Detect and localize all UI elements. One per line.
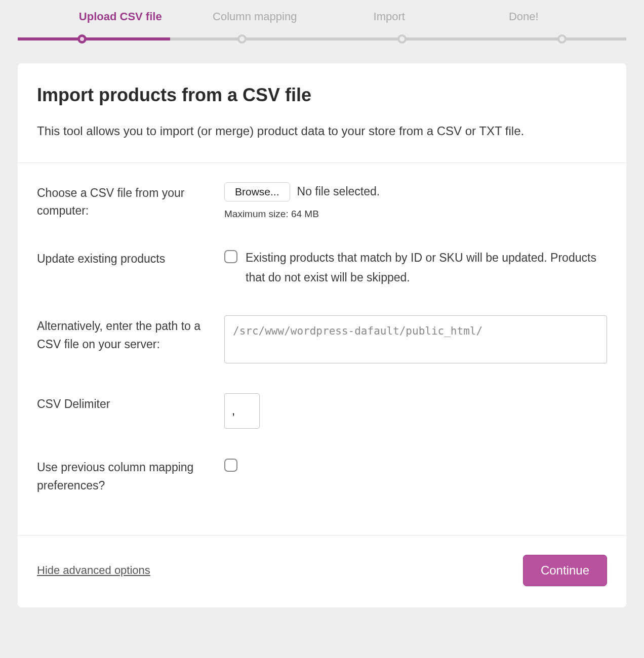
stepper-dot-3 (397, 34, 407, 44)
stepper-dot-2 (237, 34, 247, 44)
file-status: No file selected. (297, 185, 380, 198)
step-upload[interactable]: Upload CSV file (53, 10, 188, 23)
browse-button[interactable]: Browse... (224, 182, 290, 201)
row-update-existing: Update existing products Existing produc… (37, 248, 607, 287)
continue-button[interactable]: Continue (523, 555, 607, 586)
step-done: Done! (457, 10, 591, 23)
card-body: Choose a CSV file from your computer: Br… (18, 163, 626, 536)
delimiter-label: CSV Delimiter (37, 393, 224, 414)
import-card: Import products from a CSV file This too… (18, 63, 626, 607)
card-footer: Hide advanced options Continue (18, 535, 626, 607)
step-import: Import (322, 10, 457, 23)
choose-file-label: Choose a CSV file from your computer: (37, 182, 224, 220)
stepper-dot-4 (557, 34, 567, 44)
page-title: Import products from a CSV file (37, 85, 607, 106)
update-existing-label: Update existing products (37, 248, 224, 268)
previous-mapping-checkbox[interactable] (224, 459, 237, 472)
max-size-hint: Maximum size: 64 MB (224, 209, 607, 220)
previous-mapping-label: Use previous column mapping preferences? (37, 457, 224, 495)
row-previous-mapping: Use previous column mapping preferences? (37, 457, 607, 495)
server-path-label: Alternatively, enter the path to a CSV f… (37, 315, 224, 353)
row-delimiter: CSV Delimiter (37, 393, 607, 429)
card-header: Import products from a CSV file This too… (18, 63, 626, 163)
update-existing-desc: Existing products that match by ID or SK… (246, 248, 607, 287)
stepper-dot-1 (77, 34, 87, 44)
row-choose-file: Choose a CSV file from your computer: Br… (37, 182, 607, 220)
step-column-mapping: Column mapping (188, 10, 323, 23)
stepper: Upload CSV file Column mapping Import Do… (0, 0, 644, 58)
page-description: This tool allows you to import (or merge… (37, 121, 607, 141)
update-existing-checkbox[interactable] (224, 250, 237, 263)
server-path-input[interactable] (224, 315, 607, 363)
toggle-advanced-link[interactable]: Hide advanced options (37, 564, 150, 577)
stepper-track (18, 37, 626, 40)
delimiter-input[interactable] (224, 393, 260, 429)
row-server-path: Alternatively, enter the path to a CSV f… (37, 315, 607, 365)
